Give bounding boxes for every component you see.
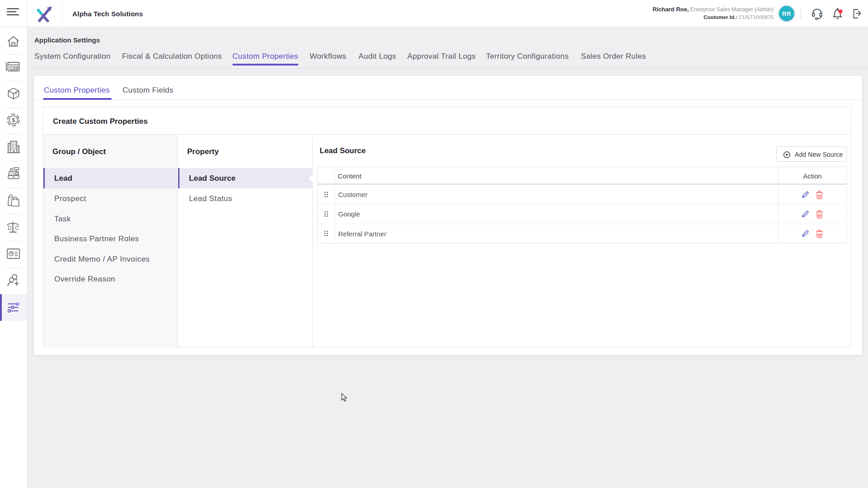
svg-text:C: C (15, 225, 19, 231)
svg-text:CRM: CRM (11, 66, 18, 70)
svg-text:$: $ (12, 117, 15, 123)
svg-text:D: D (8, 225, 12, 231)
